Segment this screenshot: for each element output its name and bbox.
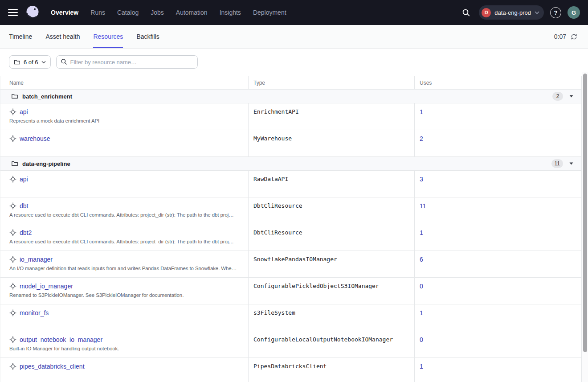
nav-item-jobs[interactable]: Jobs xyxy=(151,9,164,16)
resource-type: ConfigurablePickledObjectS3IOManager xyxy=(249,278,415,304)
resource-icon xyxy=(9,135,16,142)
tab-asset-health[interactable]: Asset health xyxy=(45,25,80,48)
group-name: data-eng-pipeline xyxy=(22,160,70,167)
nav-item-automation[interactable]: Automation xyxy=(176,9,208,16)
resource-name-link[interactable]: monitor_fs xyxy=(20,309,49,317)
resource-icon xyxy=(9,256,16,263)
nav-item-insights[interactable]: Insights xyxy=(220,9,241,16)
menu-icon[interactable] xyxy=(8,9,18,16)
resource-uses-link[interactable]: 1 xyxy=(420,363,423,370)
resource-name-link[interactable]: dbt2 xyxy=(20,229,32,237)
caret-down-icon xyxy=(569,162,573,165)
group-collapse-toggle[interactable] xyxy=(569,162,576,165)
resource-uses-link[interactable]: 1 xyxy=(420,108,423,115)
nav-item-deployment[interactable]: Deployment xyxy=(253,9,286,16)
refresh-icon[interactable] xyxy=(571,33,577,40)
resource-description: A resource used to execute dbt CLI comma… xyxy=(9,212,243,218)
group-filter-label: 6 of 6 xyxy=(24,59,38,66)
caret-down-icon xyxy=(569,95,573,98)
resource-type: EnrichmentAPI xyxy=(249,103,415,130)
resource-uses-link[interactable]: 1 xyxy=(420,309,423,316)
search-icon[interactable] xyxy=(459,6,473,19)
group-count-badge: 11 xyxy=(551,159,563,168)
folder-icon xyxy=(14,59,20,66)
table-row: pipes_databricks_clientPipesDatabricksCl… xyxy=(0,358,581,382)
table-row: dbtA resource used to execute dbt CLI co… xyxy=(0,197,581,224)
table-row: warehouseMyWarehouse2 xyxy=(0,130,581,157)
resource-uses-link[interactable]: 1 xyxy=(420,229,423,236)
search-icon xyxy=(61,58,67,65)
resource-icon xyxy=(9,309,16,316)
nav-item-runs[interactable]: Runs xyxy=(90,9,105,16)
scrollbar-track[interactable] xyxy=(582,72,588,382)
tab-resources[interactable]: Resources xyxy=(93,25,123,48)
table-row: dbt2A resource used to execute dbt CLI c… xyxy=(0,224,581,251)
top-nav: OverviewRunsCatalogJobsAutomationInsight… xyxy=(0,0,588,25)
tab-timeline[interactable]: Timeline xyxy=(9,25,32,48)
help-icon[interactable]: ? xyxy=(550,7,561,18)
user-avatar[interactable]: G xyxy=(568,6,580,19)
resource-uses-link[interactable]: 3 xyxy=(420,176,423,183)
resource-description: An I/O manager definition that reads inp… xyxy=(9,266,243,271)
column-header-name: Name xyxy=(0,76,249,89)
resource-uses-link[interactable]: 6 xyxy=(420,256,423,263)
group-row-data-eng-pipeline[interactable]: data-eng-pipeline11 xyxy=(0,157,581,171)
resource-name-link[interactable]: pipes_databricks_client xyxy=(20,362,85,370)
table-row: model_io_managerRenamed to S3PickleIOMan… xyxy=(0,278,581,304)
refresh-timer: 0:07 xyxy=(554,33,566,40)
table-row: monitor_fss3FileSystem1 xyxy=(0,304,581,331)
resource-search-input[interactable] xyxy=(56,55,198,69)
resource-icon xyxy=(9,202,16,209)
scrollbar-thumb[interactable] xyxy=(583,74,587,352)
resource-type: DbtCliResource xyxy=(249,224,415,251)
resource-description: Renamed to S3PickleIOManager. See S3Pick… xyxy=(9,292,243,298)
resource-icon xyxy=(9,108,16,115)
resource-name-link[interactable]: api xyxy=(20,108,28,116)
table-row: apiRepresents a mock data enrichment API… xyxy=(0,103,581,130)
resource-name-link[interactable]: output_notebook_io_manager xyxy=(20,336,102,344)
resource-uses-link[interactable]: 11 xyxy=(420,202,426,209)
workspace-selector[interactable]: D data-eng-prod xyxy=(479,5,544,20)
resource-type: s3FileSystem xyxy=(249,304,415,331)
group-count-badge: 2 xyxy=(552,92,563,101)
resource-type: SnowflakePandasIOManager xyxy=(249,251,415,277)
column-header-uses: Uses xyxy=(415,76,581,89)
main-nav: OverviewRunsCatalogJobsAutomationInsight… xyxy=(51,9,286,16)
folder-icon xyxy=(11,93,18,100)
resource-uses-link[interactable]: 0 xyxy=(420,283,423,290)
resource-description: Built-in IO Manager for handling output … xyxy=(9,346,243,351)
resource-name-link[interactable]: warehouse xyxy=(20,135,50,143)
table-row: io_managerAn I/O manager definition that… xyxy=(0,251,581,278)
nav-item-overview[interactable]: Overview xyxy=(51,9,78,16)
resource-name-link[interactable]: model_io_manager xyxy=(20,282,73,290)
resource-icon xyxy=(9,336,16,343)
group-collapse-toggle[interactable] xyxy=(569,95,576,98)
resource-icon xyxy=(9,363,16,370)
resource-name-link[interactable]: api xyxy=(20,175,28,183)
table-row: output_notebook_io_managerBuilt-in IO Ma… xyxy=(0,331,581,358)
workspace-label: data-eng-prod xyxy=(494,9,531,16)
dagster-logo[interactable] xyxy=(24,4,41,21)
resource-icon xyxy=(9,176,16,183)
resource-name-link[interactable]: dbt xyxy=(20,202,28,210)
resource-name-link[interactable]: io_manager xyxy=(20,255,53,263)
tab-backfills[interactable]: Backfills xyxy=(136,25,159,48)
resource-type: PipesDatabricksClient xyxy=(249,358,415,382)
tab-bar: TimelineAsset healthResourcesBackfills 0… xyxy=(0,25,588,49)
resource-type: DbtCliResource xyxy=(249,197,415,224)
group-filter-button[interactable]: 6 of 6 xyxy=(9,55,51,69)
resource-uses-link[interactable]: 2 xyxy=(420,135,423,142)
group-row-batch_enrichment[interactable]: batch_enrichment2 xyxy=(0,90,581,103)
resource-uses-link[interactable]: 0 xyxy=(420,336,423,343)
resource-type: RawDataAPI xyxy=(249,171,415,197)
table-header: Name Type Uses xyxy=(0,76,581,90)
column-header-type: Type xyxy=(249,76,415,89)
resource-type: ConfigurableLocalOutputNotebookIOManager xyxy=(249,331,415,357)
resource-description: A resource used to execute dbt CLI comma… xyxy=(9,239,243,244)
filter-bar: 6 of 6 xyxy=(0,49,588,76)
folder-icon xyxy=(11,160,18,167)
chevron-down-icon xyxy=(535,11,539,14)
chevron-down-icon xyxy=(41,61,46,64)
resource-type: MyWarehouse xyxy=(249,130,415,156)
nav-item-catalog[interactable]: Catalog xyxy=(117,9,139,16)
